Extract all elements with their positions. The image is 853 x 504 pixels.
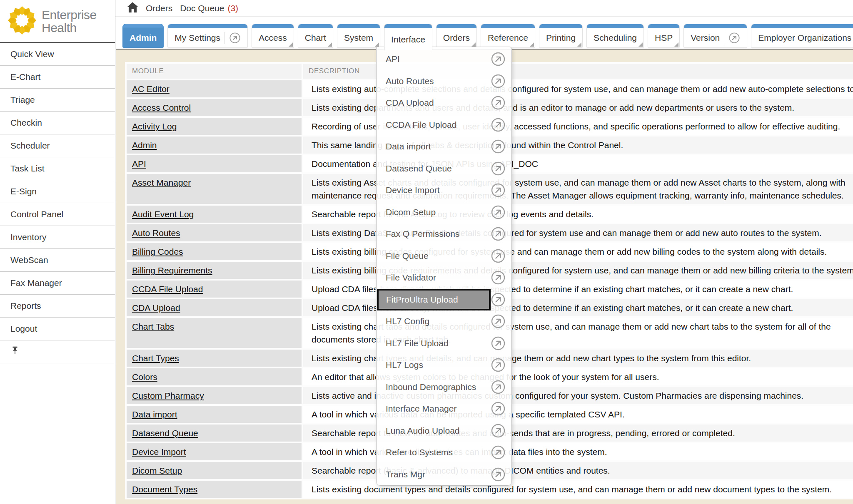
home-icon[interactable]	[127, 2, 138, 15]
tab-chart[interactable]: Chart	[298, 24, 333, 48]
module-link-data-import[interactable]: Data import	[132, 410, 177, 419]
app-logo: Enterprise Health	[0, 0, 115, 43]
module-cell: CCDA File Upload	[127, 281, 302, 298]
circle-arrow-icon[interactable]	[491, 336, 506, 351]
module-link-chart-types[interactable]: Chart Types	[132, 353, 179, 363]
module-link-device-import[interactable]: Device Import	[132, 447, 186, 457]
breadcrumb-orders[interactable]: Orders	[146, 3, 172, 13]
circle-arrow-icon[interactable]	[491, 292, 506, 307]
breadcrumb-doc-queue[interactable]: Doc Queue	[180, 3, 224, 13]
menu-item-hl7-file-upload[interactable]: HL7 File Upload	[377, 333, 511, 355]
circle-arrow-icon[interactable]	[491, 117, 506, 132]
module-link-audit-event-log[interactable]: Audit Event Log	[132, 209, 194, 219]
sidebar-item-e-chart[interactable]: E-Chart	[0, 66, 115, 89]
tab-version[interactable]: Version	[683, 24, 747, 48]
menu-item-file-queue[interactable]: File Queue	[377, 245, 511, 267]
tab-hsp[interactable]: HSP	[648, 24, 680, 48]
menu-item-interface-manager[interactable]: Interface Manager	[377, 398, 511, 420]
circle-arrow-icon[interactable]	[491, 270, 506, 285]
doc-queue-count-badge: (3)	[227, 3, 238, 13]
tab-system[interactable]: System	[337, 24, 380, 48]
module-link-auto-routes[interactable]: Auto Routes	[132, 228, 180, 238]
menu-item-luna-audio-upload[interactable]: Luna Audio Upload	[377, 420, 511, 442]
sidebar-pin-item[interactable]	[0, 340, 115, 363]
sidebar-item-checkin[interactable]: Checkin	[0, 112, 115, 134]
menu-item-cda-upload[interactable]: CDA Upload	[377, 92, 511, 114]
tab-printing[interactable]: Printing	[539, 24, 583, 48]
circle-arrow-icon[interactable]	[724, 32, 740, 44]
tab-employer-organizations[interactable]: Employer Organizations	[751, 24, 853, 48]
circle-arrow-icon[interactable]	[491, 401, 506, 416]
module-link-ac-editor[interactable]: AC Editor	[132, 84, 170, 94]
circle-arrow-icon[interactable]	[491, 467, 506, 482]
menu-item-datasend-queue[interactable]: Datasend Queue	[377, 158, 511, 180]
circle-arrow-icon[interactable]	[491, 74, 506, 89]
sidebar-item-control-panel[interactable]: Control Panel	[0, 203, 115, 226]
menu-item-refer-to-systems[interactable]: Refer to Systems	[377, 442, 511, 464]
circle-arrow-icon[interactable]	[491, 380, 506, 395]
sidebar-item-reports[interactable]: Reports	[0, 295, 115, 318]
tab-my-settings[interactable]: My Settings	[167, 24, 248, 48]
module-link-chart-tabs[interactable]: Chart Tabs	[132, 322, 174, 331]
menu-item-ccda-file-upload[interactable]: CCDA File Upload	[377, 114, 511, 136]
circle-arrow-icon[interactable]	[491, 205, 506, 220]
menu-item-device-import[interactable]: Device Import	[377, 179, 511, 201]
menu-item-label: HL7 File Upload	[386, 338, 449, 348]
sidebar-item-e-sign[interactable]: E-Sign	[0, 180, 115, 203]
sidebar-item-task-list[interactable]: Task List	[0, 157, 115, 180]
module-link-billing-codes[interactable]: Billing Codes	[132, 247, 183, 256]
module-link-ccda-file-upload[interactable]: CCDA File Upload	[132, 284, 203, 294]
module-link-document-types[interactable]: Document Types	[132, 484, 197, 494]
sidebar-item-triage[interactable]: Triage	[0, 89, 115, 112]
tab-orders[interactable]: Orders	[436, 24, 477, 48]
menu-item-trans-mgr[interactable]: Trans Mgr	[377, 464, 511, 486]
sidebar-item-quick-view[interactable]: Quick View	[0, 43, 115, 66]
module-link-asset-manager[interactable]: Asset Manager	[132, 178, 191, 187]
sidebar-item-fax-manager[interactable]: Fax Manager	[0, 272, 115, 295]
menu-item-data-import[interactable]: Data import	[377, 136, 511, 158]
circle-arrow-icon[interactable]	[491, 161, 506, 176]
tab-scheduling[interactable]: Scheduling	[586, 24, 644, 48]
circle-arrow-icon[interactable]	[491, 314, 506, 329]
sidebar-item-inventory[interactable]: Inventory	[0, 226, 115, 249]
sidebar-item-logout[interactable]: Logout	[0, 318, 115, 340]
module-link-dicom-setup[interactable]: Dicom Setup	[132, 466, 182, 475]
menu-item-auto-routes[interactable]: Auto Routes	[377, 70, 511, 92]
module-link-api[interactable]: API	[132, 159, 146, 169]
circle-arrow-icon[interactable]	[491, 248, 506, 263]
menu-item-file-validator[interactable]: File Validator	[377, 267, 511, 289]
tab-label: Access	[259, 33, 287, 43]
sidebar-item-webscan[interactable]: WebScan	[0, 249, 115, 272]
menu-item-fitproultra-upload[interactable]: FitProUltra Upload	[377, 289, 511, 311]
menu-item-inbound-demographics[interactable]: Inbound Demographics	[377, 376, 511, 398]
module-link-billing-requirements[interactable]: Billing Requirements	[132, 266, 212, 275]
tab-reference[interactable]: Reference	[481, 24, 535, 48]
tab-admin[interactable]: Admin	[122, 24, 164, 48]
tab-interface[interactable]: Interface	[384, 24, 432, 50]
module-link-access-control[interactable]: Access Control	[132, 103, 191, 112]
menu-item-fax-q-permissions[interactable]: Fax Q Permissions	[377, 223, 511, 245]
menu-item-hl7-logs[interactable]: HL7 Logs	[377, 354, 511, 376]
module-link-admin[interactable]: Admin	[132, 140, 157, 150]
tab-access[interactable]: Access	[252, 24, 294, 48]
circle-arrow-icon[interactable]	[491, 423, 506, 438]
circle-arrow-icon[interactable]	[491, 139, 506, 154]
circle-arrow-icon[interactable]	[491, 95, 506, 110]
circle-arrow-icon[interactable]	[491, 445, 506, 460]
circle-arrow-icon[interactable]	[491, 358, 506, 372]
module-link-datasend-queue[interactable]: Datasend Queue	[132, 428, 198, 438]
sidebar-item-scheduler[interactable]: Scheduler	[0, 134, 115, 157]
menu-item-api[interactable]: API	[377, 48, 511, 70]
module-link-activity-log[interactable]: Activity Log	[132, 122, 177, 131]
module-link-custom-pharmacy[interactable]: Custom Pharmacy	[132, 391, 204, 400]
module-link-colors[interactable]: Colors	[132, 372, 157, 382]
menu-item-hl7-config[interactable]: HL7 Config	[377, 310, 511, 333]
circle-arrow-icon[interactable]	[491, 52, 506, 67]
module-column-header: MODULE	[127, 64, 302, 79]
circle-arrow-icon[interactable]	[224, 32, 241, 44]
circle-arrow-icon[interactable]	[491, 226, 506, 241]
menu-item-dicom-setup[interactable]: Dicom Setup	[377, 201, 511, 223]
module-link-cda-upload[interactable]: CDA Upload	[132, 303, 180, 313]
menu-item-label: HL7 Logs	[386, 360, 423, 370]
circle-arrow-icon[interactable]	[491, 183, 506, 198]
